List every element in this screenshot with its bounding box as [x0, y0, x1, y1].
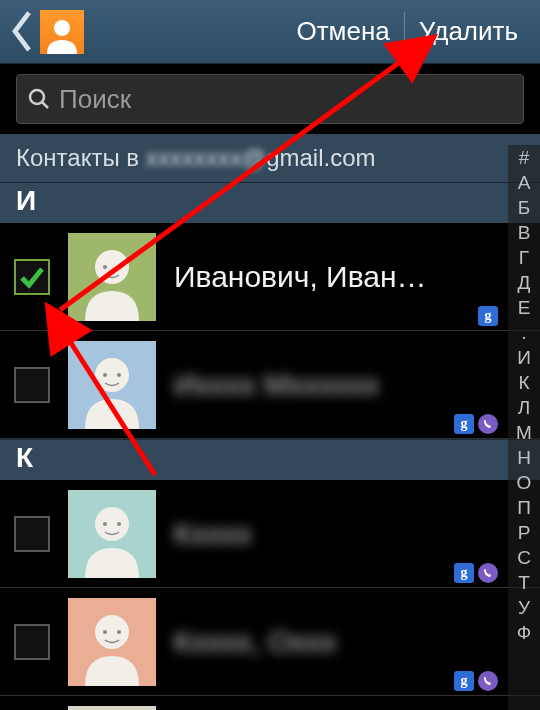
google-badge-icon: g	[454, 671, 474, 691]
search-icon	[27, 87, 51, 111]
svg-point-3	[95, 250, 129, 284]
contact-name: Кxxxx, Оxxx	[174, 625, 530, 659]
viber-badge-icon	[478, 671, 498, 691]
contact-list: ИИванович, Иван…gИxxxx МxxxxxxgККxxxxgКx…	[0, 182, 540, 710]
alpha-index-letter[interactable]: Н	[508, 445, 540, 470]
alpha-index-letter[interactable]: С	[508, 545, 540, 570]
svg-point-14	[117, 630, 121, 634]
alpha-index-letter[interactable]: А	[508, 170, 540, 195]
alpha-index-letter[interactable]: Т	[508, 570, 540, 595]
contacts-account-label: Контакты в xxxxxxxx@gmail.com	[0, 134, 540, 182]
google-badge-icon: g	[478, 306, 498, 326]
delete-button[interactable]: Удалить	[405, 0, 532, 63]
account-email-hidden: xxxxxxxx@	[146, 144, 266, 171]
alpha-index-letter[interactable]: Е	[508, 295, 540, 320]
avatar	[68, 706, 156, 711]
svg-point-0	[54, 20, 70, 36]
svg-point-8	[117, 373, 121, 377]
checkbox[interactable]	[14, 259, 50, 295]
alpha-index-letter[interactable]: П	[508, 495, 540, 520]
svg-point-7	[103, 373, 107, 377]
google-badge-icon: g	[454, 414, 474, 434]
contact-badges: g	[454, 671, 498, 691]
svg-point-13	[103, 630, 107, 634]
alpha-index-letter[interactable]: Р	[508, 520, 540, 545]
cancel-button[interactable]: Отмена	[282, 0, 403, 63]
top-bar: Отмена Удалить	[0, 0, 540, 64]
contact-badges: g	[478, 306, 498, 326]
contacts-app-icon	[40, 10, 84, 54]
avatar	[68, 341, 156, 429]
alpha-index-letter[interactable]: Ф	[508, 620, 540, 645]
contact-name: Иванович, Иван…	[174, 260, 530, 294]
contact-badges: g	[454, 563, 498, 583]
contact-row[interactable]: Кxxxxxxxxxg	[0, 696, 540, 710]
contact-name: Иxxxx Мxxxxxx	[174, 368, 530, 402]
alpha-index-letter[interactable]: Г	[508, 245, 540, 270]
alpha-index[interactable]: #АБВГДЕ.ИКЛМНОПРСТУФ	[508, 145, 540, 710]
alpha-index-letter[interactable]: У	[508, 595, 540, 620]
avatar	[68, 490, 156, 578]
checkbox[interactable]	[14, 624, 50, 660]
alpha-index-letter[interactable]: #	[508, 145, 540, 170]
alpha-index-letter[interactable]: М	[508, 420, 540, 445]
checkbox[interactable]	[14, 367, 50, 403]
avatar	[68, 598, 156, 686]
contact-row[interactable]: Кxxxx, Оxxxg	[0, 588, 540, 696]
alpha-index-letter[interactable]: Л	[508, 395, 540, 420]
back-button[interactable]	[8, 12, 36, 52]
alpha-index-letter[interactable]: В	[508, 220, 540, 245]
svg-point-9	[95, 507, 129, 541]
alpha-index-letter[interactable]: К	[508, 370, 540, 395]
alpha-index-letter[interactable]: .	[508, 320, 540, 345]
avatar	[68, 233, 156, 321]
contact-row[interactable]: Кxxxxg	[0, 480, 540, 588]
svg-point-5	[117, 265, 121, 269]
contact-name: Кxxxx	[174, 517, 530, 551]
svg-point-12	[95, 615, 129, 649]
search-section: Поиск	[0, 64, 540, 134]
alpha-index-letter[interactable]: Д	[508, 270, 540, 295]
alpha-index-letter[interactable]: Б	[508, 195, 540, 220]
section-header: И	[0, 182, 540, 223]
checkbox[interactable]	[14, 516, 50, 552]
account-email-suffix: gmail.com	[266, 144, 375, 171]
contact-row[interactable]: Иxxxx Мxxxxxxg	[0, 331, 540, 439]
viber-badge-icon	[478, 563, 498, 583]
alpha-index-letter[interactable]: О	[508, 470, 540, 495]
viber-badge-icon	[478, 414, 498, 434]
svg-line-2	[42, 102, 48, 108]
contact-row[interactable]: Иванович, Иван…g	[0, 223, 540, 331]
svg-point-4	[103, 265, 107, 269]
google-badge-icon: g	[454, 563, 474, 583]
account-prefix: Контакты в	[16, 144, 146, 171]
search-input[interactable]: Поиск	[16, 74, 524, 124]
svg-point-11	[117, 522, 121, 526]
alpha-index-letter[interactable]: И	[508, 345, 540, 370]
svg-point-10	[103, 522, 107, 526]
contact-badges: g	[454, 414, 498, 434]
search-placeholder: Поиск	[59, 84, 131, 115]
svg-point-1	[30, 90, 44, 104]
section-header: К	[0, 439, 540, 480]
svg-point-6	[95, 358, 129, 392]
